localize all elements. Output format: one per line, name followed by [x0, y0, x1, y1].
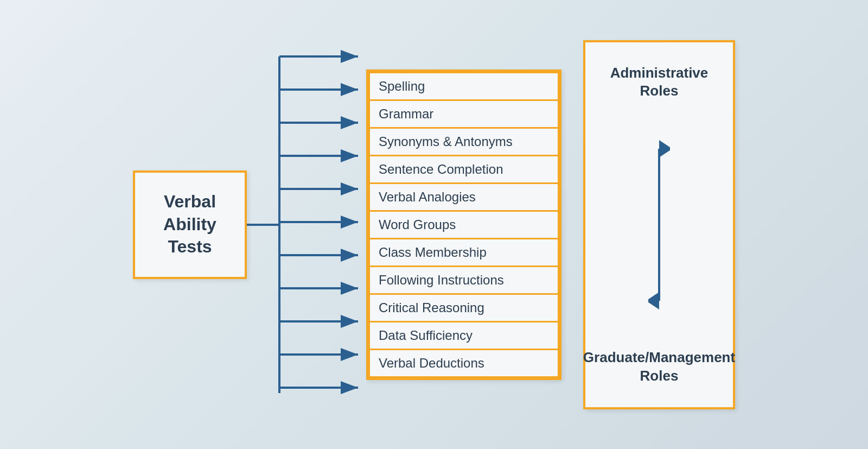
list-item: Word Groups — [370, 212, 558, 238]
list-item: Following Instructions — [370, 267, 558, 293]
connector-svg — [247, 40, 366, 409]
list-item: Verbal Analogies — [370, 184, 558, 210]
list-item: Data Sufficiency — [370, 322, 558, 349]
list-item: Class Membership — [370, 239, 558, 265]
list-box: Spelling Grammar Synonyms & Antonyms Sen… — [366, 69, 561, 380]
administrative-roles-label: Administrative Roles — [596, 64, 722, 101]
graduate-roles-label: Graduate/Management Roles — [583, 349, 735, 385]
list-item: Spelling — [370, 73, 558, 99]
list-item: Verbal Deductions — [370, 350, 558, 376]
list-item: Grammar — [370, 101, 558, 127]
double-arrow-svg — [648, 138, 670, 312]
connector-area — [247, 40, 366, 409]
list-item: Critical Reasoning — [370, 295, 558, 321]
list-item: Sentence Completion — [370, 156, 558, 182]
double-arrow — [648, 100, 670, 349]
right-box: Administrative Roles Graduate/Management… — [583, 40, 735, 409]
main-diagram: VerbalAbilityTests — [133, 40, 735, 409]
main-box: VerbalAbilityTests — [133, 170, 247, 279]
main-box-label: VerbalAbilityTests — [163, 191, 216, 258]
list-item: Synonyms & Antonyms — [370, 129, 558, 155]
